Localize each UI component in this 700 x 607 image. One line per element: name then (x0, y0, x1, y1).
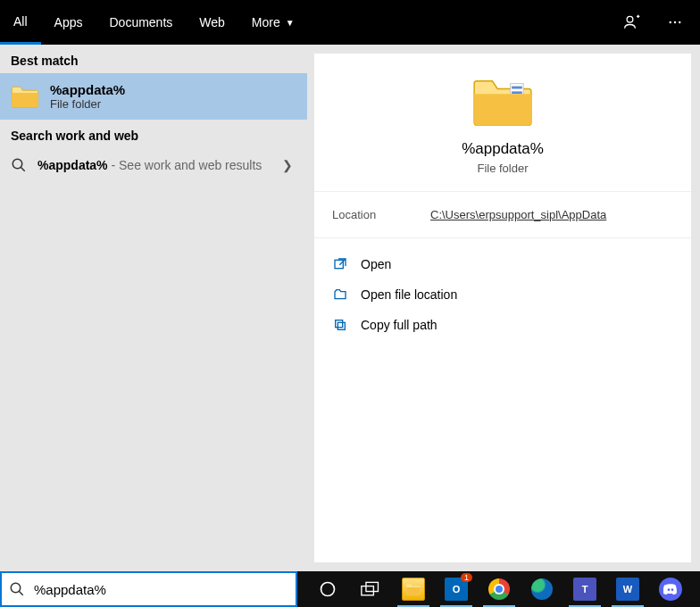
action-label: Open (361, 257, 391, 271)
search-icon (11, 157, 27, 173)
taskbar-discord[interactable] (651, 571, 690, 607)
best-match-title: %appdata% (50, 82, 125, 97)
svg-point-4 (12, 159, 22, 169)
web-result-suffix: - See work and web results (108, 158, 262, 172)
taskbar-teams[interactable]: T (565, 571, 604, 607)
preview-header: %appdata% File folder (314, 54, 691, 192)
search-results-area: Best match %appdata% File folder Search … (0, 45, 700, 571)
preview-title: %appdata% (462, 140, 544, 158)
tab-documents[interactable]: Documents (96, 0, 186, 45)
bottom-strip: O 1 T W (0, 571, 700, 607)
preview-column: %appdata% File folder Location C:\Users\… (307, 45, 700, 571)
feedback-icon[interactable] (614, 4, 650, 40)
svg-rect-12 (336, 320, 343, 328)
folder-open-icon (332, 287, 348, 303)
svg-rect-8 (512, 91, 522, 94)
copy-icon (332, 317, 348, 333)
location-path-link[interactable]: C:\Users\erpsupport_sipl\AppData (430, 208, 606, 221)
location-label: Location (332, 208, 430, 221)
chevron-right-icon: ❯ (282, 158, 293, 172)
action-open[interactable]: Open (332, 249, 673, 279)
tab-label: Web (199, 15, 225, 29)
svg-rect-16 (362, 586, 374, 595)
taskbar-edge[interactable] (522, 571, 562, 607)
word-icon: W (616, 578, 639, 601)
taskbar: O 1 T W (297, 571, 700, 607)
search-tabs-bar: All Apps Documents Web More ▼ (0, 0, 700, 45)
svg-point-3 (679, 21, 680, 23)
action-label: Open file location (361, 287, 457, 302)
preview-card: %appdata% File folder Location C:\Users\… (314, 54, 691, 562)
svg-point-15 (321, 583, 335, 596)
web-result-row[interactable]: %appdata% - See work and web results ❯ (0, 148, 307, 182)
best-match-result[interactable]: %appdata% File folder (0, 73, 307, 120)
svg-rect-7 (512, 87, 522, 89)
web-result-query: %appdata% (38, 158, 108, 172)
folder-icon (11, 84, 39, 109)
discord-icon (659, 578, 682, 601)
action-label: Copy full path (361, 318, 438, 332)
taskbar-file-explorer[interactable] (394, 571, 433, 607)
svg-point-2 (674, 21, 676, 23)
results-left-column: Best match %appdata% File folder Search … (0, 45, 307, 571)
chevron-down-icon: ▼ (286, 18, 295, 28)
chrome-icon (488, 578, 510, 600)
tab-label: More (252, 15, 280, 29)
best-match-subtitle: File folder (50, 97, 125, 111)
tab-label: Documents (109, 15, 172, 29)
svg-rect-17 (366, 582, 379, 591)
action-open-file-location[interactable]: Open file location (332, 279, 673, 310)
open-icon (332, 256, 348, 272)
best-match-header: Best match (0, 45, 307, 73)
search-input[interactable] (34, 582, 288, 597)
preview-actions: Open Open file location Copy full path (314, 238, 691, 351)
file-explorer-icon (402, 578, 425, 601)
search-box[interactable] (0, 571, 297, 607)
svg-point-19 (671, 588, 674, 591)
tab-all[interactable]: All (0, 0, 41, 45)
tab-more[interactable]: More ▼ (238, 0, 308, 45)
svg-point-13 (11, 583, 21, 593)
svg-line-5 (21, 167, 25, 171)
taskbar-outlook[interactable]: O 1 (437, 571, 476, 607)
svg-rect-11 (338, 322, 345, 329)
tab-apps[interactable]: Apps (41, 0, 96, 45)
svg-point-1 (670, 21, 671, 23)
search-web-header: Search work and web (0, 120, 307, 148)
edge-icon (531, 578, 553, 600)
outlook-badge: 1 (461, 573, 472, 582)
tab-label: All (13, 14, 28, 29)
task-view-button[interactable] (351, 571, 390, 607)
teams-icon: T (573, 578, 596, 601)
folder-icon (471, 76, 534, 128)
svg-rect-10 (335, 260, 343, 268)
svg-point-18 (668, 588, 671, 591)
tab-label: Apps (54, 15, 83, 29)
more-options-icon[interactable] (657, 4, 693, 40)
tab-web[interactable]: Web (186, 0, 238, 45)
preview-subtitle: File folder (477, 162, 528, 175)
cortana-button[interactable] (308, 571, 347, 607)
svg-line-14 (19, 591, 23, 595)
taskbar-word[interactable]: W (608, 571, 647, 607)
search-icon (9, 581, 25, 597)
svg-point-0 (627, 16, 633, 22)
action-copy-full-path[interactable]: Copy full path (332, 310, 673, 340)
taskbar-chrome[interactable] (479, 571, 519, 607)
preview-location-row: Location C:\Users\erpsupport_sipl\AppDat… (314, 192, 691, 238)
